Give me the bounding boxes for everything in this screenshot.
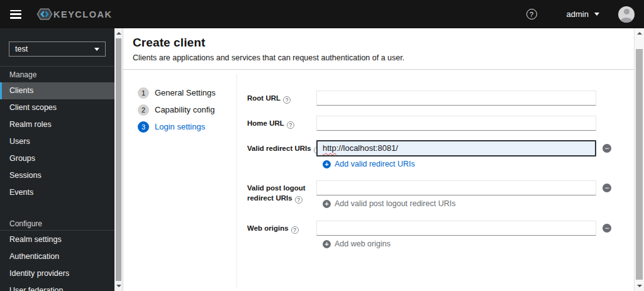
- url-rest: ://localhost:8081/: [336, 143, 398, 153]
- plus-circle-icon: +: [323, 240, 331, 248]
- page-body: 1 General Settings 2 Capability config 3…: [123, 70, 634, 291]
- sidebar-section-manage: Manage: [0, 67, 114, 82]
- valid-post-logout-redirect-uris-input[interactable]: [316, 180, 596, 195]
- page-subtitle: Clients are applications and services th…: [133, 53, 625, 62]
- main-content: Create client Clients are applications a…: [123, 28, 634, 291]
- step-label: Capability config: [155, 105, 214, 114]
- sidebar-item-clients[interactable]: Clients: [0, 82, 114, 99]
- plus-circle-icon: +: [323, 160, 331, 168]
- url-scheme: http: [323, 143, 336, 153]
- help-icon[interactable]: ?: [283, 96, 291, 104]
- keycloak-logo: KEYCLOAK: [36, 7, 112, 21]
- sidebar-item-client-scopes[interactable]: Client scopes: [0, 99, 114, 116]
- valid-redirect-uris-label: Valid redirect URIs?: [247, 143, 324, 154]
- home-url-input[interactable]: [316, 116, 596, 131]
- hamburger-bar: [10, 13, 21, 15]
- scroll-down-icon[interactable]: [637, 285, 642, 287]
- wizard-step-general-settings[interactable]: 1 General Settings: [123, 84, 237, 101]
- sidebar-scrollbar[interactable]: [114, 28, 123, 291]
- scrollbar-thumb[interactable]: [636, 49, 643, 280]
- avatar[interactable]: [618, 6, 635, 23]
- main-scrollbar[interactable]: [634, 28, 644, 291]
- sidebar-item-user-federation[interactable]: User federation: [0, 282, 114, 291]
- login-settings-form: Root URL? Home URL? Valid redirect URIs?…: [237, 70, 634, 291]
- web-origins-label: Web origins?: [247, 223, 324, 234]
- help-icon[interactable]: ?: [291, 226, 299, 234]
- keycloak-logo-icon: [36, 7, 53, 21]
- hamburger-bar: [10, 17, 21, 19]
- brand-text: KEYCLOAK: [53, 9, 112, 19]
- step-number: 1: [138, 87, 149, 99]
- masthead-right: ? admin: [526, 6, 644, 23]
- scroll-up-icon[interactable]: [637, 32, 642, 35]
- remove-post-logout-uri-icon[interactable]: −: [602, 184, 611, 192]
- remove-redirect-uri-icon[interactable]: −: [602, 144, 611, 153]
- realm-selector-value: test: [15, 45, 28, 53]
- add-valid-redirect-uris-link[interactable]: + Add valid redirect URIs: [323, 160, 415, 168]
- wizard-step-capability-config[interactable]: 2 Capability config: [123, 101, 237, 118]
- step-label: General Settings: [155, 88, 216, 97]
- sidebar-item-realm-roles[interactable]: Realm roles: [0, 116, 114, 133]
- scroll-up-icon[interactable]: [116, 32, 121, 35]
- add-web-origins-link[interactable]: + Add web origins: [323, 239, 391, 248]
- sidebar: test Manage Clients Client scopes Realm …: [0, 28, 114, 291]
- help-icon[interactable]: ?: [295, 196, 303, 204]
- sidebar-divider: [0, 230, 114, 231]
- home-url-label: Home URL?: [247, 118, 324, 129]
- remove-web-origin-icon[interactable]: −: [602, 224, 611, 233]
- help-icon[interactable]: ?: [287, 121, 294, 129]
- chevron-down-icon: [94, 48, 99, 51]
- help-icon[interactable]: ?: [526, 9, 537, 19]
- keycloak-admin-console: KEYCLOAK ? admin test Manage Clients Cli…: [0, 0, 644, 291]
- add-valid-post-logout-redirect-uris-link[interactable]: + Add valid post logout redirect URIs: [323, 199, 455, 208]
- sidebar-item-events[interactable]: Events: [0, 184, 114, 201]
- valid-redirect-uris-input[interactable]: http://localhost:8081/: [316, 140, 596, 156]
- chevron-down-icon: [594, 13, 599, 16]
- user-menu[interactable]: admin: [567, 9, 599, 19]
- username: admin: [567, 9, 589, 19]
- scrollbar-thumb[interactable]: [116, 38, 121, 281]
- masthead: KEYCLOAK ? admin: [0, 0, 644, 28]
- sidebar-section-configure: Configure: [0, 219, 114, 230]
- step-number: 2: [138, 104, 149, 116]
- sidebar-gap: [0, 201, 114, 219]
- scroll-down-icon[interactable]: [116, 285, 121, 287]
- page-header: Create client Clients are applications a…: [123, 28, 634, 69]
- sidebar-item-groups[interactable]: Groups: [0, 150, 114, 167]
- hamburger-bar: [10, 10, 21, 12]
- page-title: Create client: [133, 36, 625, 50]
- valid-post-logout-redirect-uris-label: Valid post logout redirect URIs?: [247, 183, 324, 204]
- nav-toggle-icon[interactable]: [10, 10, 23, 19]
- step-label: Login settings: [155, 122, 205, 131]
- root-url-input[interactable]: [316, 91, 596, 106]
- wizard-nav: 1 General Settings 2 Capability config 3…: [123, 70, 237, 291]
- plus-circle-icon: +: [323, 200, 331, 208]
- sidebar-item-realm-settings[interactable]: Realm settings: [0, 231, 114, 248]
- sidebar-item-sessions[interactable]: Sessions: [0, 167, 114, 184]
- wizard-step-login-settings[interactable]: 3 Login settings: [123, 118, 237, 135]
- sidebar-item-authentication[interactable]: Authentication: [0, 248, 114, 265]
- realm-selector[interactable]: test: [9, 41, 106, 57]
- sidebar-item-users[interactable]: Users: [0, 133, 114, 150]
- root-url-label: Root URL?: [247, 93, 324, 104]
- sidebar-item-identity-providers[interactable]: Identity providers: [0, 265, 114, 282]
- web-origins-input[interactable]: [316, 221, 596, 236]
- step-number: 3: [138, 121, 149, 133]
